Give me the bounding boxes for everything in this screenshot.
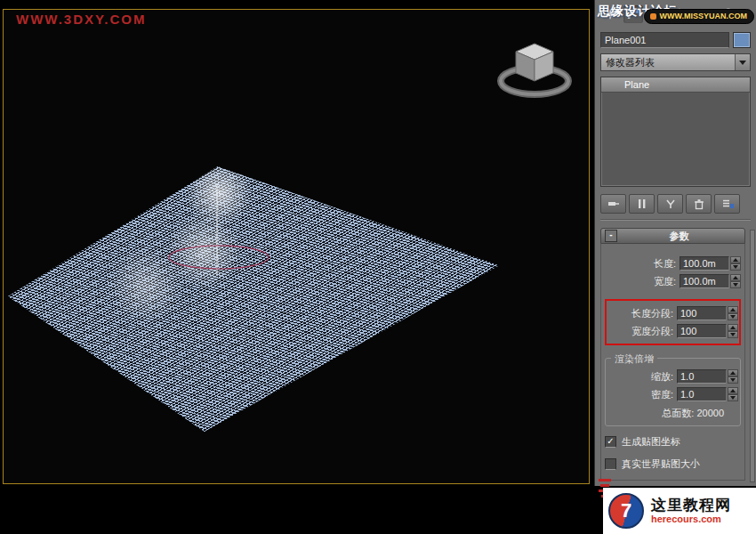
density-spinner[interactable] [728, 387, 738, 401]
site-domain: herecours.com [651, 514, 731, 525]
modifier-list-label: 修改器列表 [601, 54, 735, 70]
configure-modifier-sets-icon[interactable] [714, 194, 740, 214]
parameters-body: 长度: 100.0m 宽度: 100.0m 长度分段: 100 [600, 244, 745, 481]
command-panel: Plane001 修改器列表 Plane [594, 0, 756, 486]
real-world-map-size-label: 真实世界贴图大小 [622, 457, 700, 471]
length-label: 长度: [654, 257, 676, 271]
viewcube-icon[interactable] [496, 33, 573, 101]
total-faces-label: 总面数: [662, 408, 694, 418]
length-field[interactable]: 100.0m [680, 256, 729, 271]
length-segs-row: 长度分段: 100 [607, 306, 738, 320]
length-spinner[interactable] [730, 256, 741, 271]
render-multipliers-title: 渲染倍增 [611, 352, 657, 366]
object-name-field[interactable]: Plane001 [600, 32, 729, 48]
width-spinner[interactable] [730, 274, 741, 288]
render-multipliers-group: 渲染倍增 缩放: 1.0 密度: 1.0 总面数: 20000 [605, 358, 741, 426]
parameters-rollout-header[interactable]: - 参数 [600, 228, 745, 244]
rollout-title: 参数 [617, 230, 741, 243]
object-name-row: Plane001 [600, 32, 751, 48]
modifier-stack[interactable]: Plane [600, 77, 751, 187]
width-segs-label: 宽度分段: [631, 325, 673, 338]
stack-item-plane[interactable]: Plane [601, 77, 750, 93]
width-field[interactable]: 100.0m [680, 274, 729, 288]
scale-spinner[interactable] [728, 369, 738, 384]
badge-dot-icon [650, 13, 656, 20]
site-logo-icon: 7 [608, 493, 644, 529]
parameters-rollout: - 参数 长度: 100.0m 宽度: 100.0m 长度分段: 1 [600, 228, 745, 481]
density-row: 密度: 1.0 [607, 387, 738, 401]
viewport[interactable]: WWW.3DXY.COM [3, 9, 590, 484]
density-label: 密度: [651, 388, 673, 401]
remove-modifier-icon[interactable] [686, 194, 712, 214]
app-window: WWW.3DXY.COM [0, 0, 756, 534]
badge-text: WWW.MISSYUAN.COM [660, 12, 748, 20]
width-segs-row: 宽度分段: 100 [607, 324, 738, 338]
width-segs-field[interactable]: 100 [677, 324, 727, 338]
pin-stack-icon[interactable] [600, 194, 626, 214]
real-world-map-size-row: 真实世界贴图大小 [605, 457, 741, 471]
plane-wireframe-mesh[interactable] [8, 166, 499, 432]
width-row: 宽度: 100.0m [605, 274, 741, 288]
site-logo-box: 7 这里教程网 herecours.com [603, 488, 756, 534]
missyuan-badge: WWW.MISSYUAN.COM [644, 9, 755, 24]
panel-divider [600, 219, 751, 221]
show-end-result-icon[interactable] [629, 194, 655, 214]
length-segs-label: 长度分段: [631, 307, 673, 320]
make-unique-icon[interactable] [657, 194, 683, 214]
collapse-icon[interactable]: - [605, 230, 617, 242]
total-faces-value: 20000 [696, 408, 724, 418]
object-color-swatch[interactable] [733, 32, 751, 48]
segments-highlight-box: 长度分段: 100 宽度分段: 100 [605, 299, 741, 345]
length-segs-field[interactable]: 100 [677, 306, 727, 320]
stack-toolbar [600, 194, 751, 212]
scale-label: 缩放: [651, 370, 673, 384]
generate-mapping-coords-row: ✓ 生成贴图坐标 [605, 435, 741, 449]
width-segs-spinner[interactable] [728, 324, 738, 338]
viewport-watermark: WWW.3DXY.COM [16, 12, 147, 27]
scale-row: 缩放: 1.0 [607, 369, 738, 384]
length-segs-spinner[interactable] [728, 306, 738, 320]
site-name: 这里教程网 [651, 497, 731, 514]
panel-scrollbar[interactable] [750, 230, 755, 482]
density-field[interactable]: 1.0 [677, 387, 727, 401]
length-row: 长度: 100.0m [605, 256, 741, 271]
modifier-list-dropdown[interactable]: 修改器列表 [600, 53, 751, 71]
generate-mapping-coords-label: 生成贴图坐标 [622, 435, 680, 449]
width-label: 宽度: [654, 275, 676, 288]
total-faces: 总面数: 20000 [607, 407, 738, 420]
scale-field[interactable]: 1.0 [677, 369, 727, 384]
dropdown-arrow-button[interactable] [735, 54, 750, 70]
generate-mapping-coords-checkbox[interactable]: ✓ [605, 436, 616, 448]
real-world-map-size-checkbox[interactable] [605, 458, 616, 470]
